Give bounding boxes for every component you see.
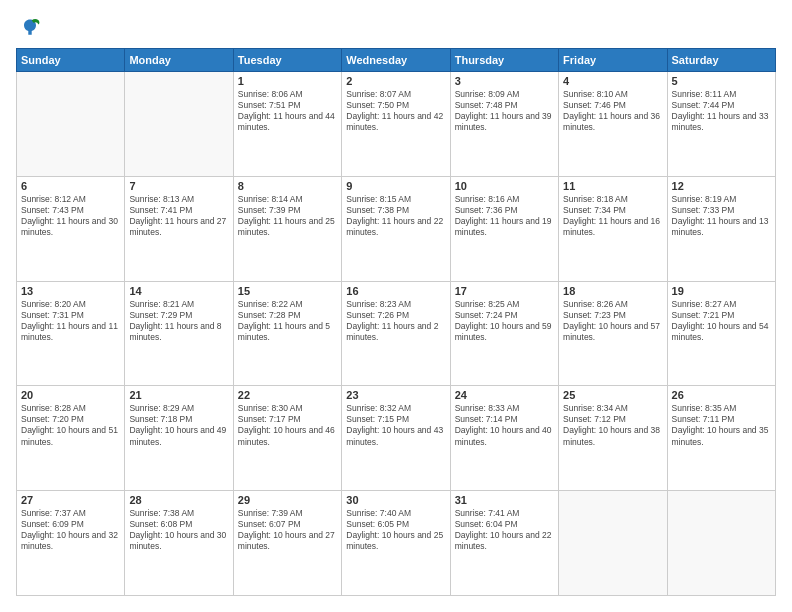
day-number: 12 bbox=[672, 180, 771, 192]
day-detail: Sunrise: 8:12 AM Sunset: 7:43 PM Dayligh… bbox=[21, 194, 120, 238]
day-number: 1 bbox=[238, 75, 337, 87]
weekday-header-wednesday: Wednesday bbox=[342, 49, 450, 72]
day-cell-11: 11Sunrise: 8:18 AM Sunset: 7:34 PM Dayli… bbox=[559, 176, 667, 281]
day-number: 19 bbox=[672, 285, 771, 297]
day-detail: Sunrise: 8:29 AM Sunset: 7:18 PM Dayligh… bbox=[129, 403, 228, 447]
weekday-header-sunday: Sunday bbox=[17, 49, 125, 72]
day-number: 26 bbox=[672, 389, 771, 401]
day-cell-9: 9Sunrise: 8:15 AM Sunset: 7:38 PM Daylig… bbox=[342, 176, 450, 281]
day-cell-6: 6Sunrise: 8:12 AM Sunset: 7:43 PM Daylig… bbox=[17, 176, 125, 281]
day-cell-21: 21Sunrise: 8:29 AM Sunset: 7:18 PM Dayli… bbox=[125, 386, 233, 491]
day-number: 30 bbox=[346, 494, 445, 506]
logo bbox=[16, 16, 44, 40]
day-number: 25 bbox=[563, 389, 662, 401]
day-detail: Sunrise: 7:38 AM Sunset: 6:08 PM Dayligh… bbox=[129, 508, 228, 552]
day-cell-27: 27Sunrise: 7:37 AM Sunset: 6:09 PM Dayli… bbox=[17, 491, 125, 596]
day-detail: Sunrise: 8:09 AM Sunset: 7:48 PM Dayligh… bbox=[455, 89, 554, 133]
weekday-header-thursday: Thursday bbox=[450, 49, 558, 72]
day-detail: Sunrise: 8:27 AM Sunset: 7:21 PM Dayligh… bbox=[672, 299, 771, 343]
day-number: 5 bbox=[672, 75, 771, 87]
day-cell-26: 26Sunrise: 8:35 AM Sunset: 7:11 PM Dayli… bbox=[667, 386, 775, 491]
day-cell-10: 10Sunrise: 8:16 AM Sunset: 7:36 PM Dayli… bbox=[450, 176, 558, 281]
day-cell-empty bbox=[17, 72, 125, 177]
day-cell-2: 2Sunrise: 8:07 AM Sunset: 7:50 PM Daylig… bbox=[342, 72, 450, 177]
day-detail: Sunrise: 8:06 AM Sunset: 7:51 PM Dayligh… bbox=[238, 89, 337, 133]
day-cell-17: 17Sunrise: 8:25 AM Sunset: 7:24 PM Dayli… bbox=[450, 281, 558, 386]
day-cell-15: 15Sunrise: 8:22 AM Sunset: 7:28 PM Dayli… bbox=[233, 281, 341, 386]
day-cell-empty bbox=[667, 491, 775, 596]
week-row-3: 13Sunrise: 8:20 AM Sunset: 7:31 PM Dayli… bbox=[17, 281, 776, 386]
weekday-header-saturday: Saturday bbox=[667, 49, 775, 72]
day-number: 16 bbox=[346, 285, 445, 297]
day-number: 24 bbox=[455, 389, 554, 401]
day-number: 8 bbox=[238, 180, 337, 192]
day-detail: Sunrise: 8:32 AM Sunset: 7:15 PM Dayligh… bbox=[346, 403, 445, 447]
day-number: 20 bbox=[21, 389, 120, 401]
day-detail: Sunrise: 8:11 AM Sunset: 7:44 PM Dayligh… bbox=[672, 89, 771, 133]
day-cell-12: 12Sunrise: 8:19 AM Sunset: 7:33 PM Dayli… bbox=[667, 176, 775, 281]
weekday-header-tuesday: Tuesday bbox=[233, 49, 341, 72]
day-cell-empty bbox=[125, 72, 233, 177]
header bbox=[16, 16, 776, 40]
day-number: 28 bbox=[129, 494, 228, 506]
logo-icon bbox=[18, 16, 42, 40]
day-cell-23: 23Sunrise: 8:32 AM Sunset: 7:15 PM Dayli… bbox=[342, 386, 450, 491]
day-number: 31 bbox=[455, 494, 554, 506]
day-detail: Sunrise: 8:13 AM Sunset: 7:41 PM Dayligh… bbox=[129, 194, 228, 238]
day-number: 6 bbox=[21, 180, 120, 192]
day-cell-18: 18Sunrise: 8:26 AM Sunset: 7:23 PM Dayli… bbox=[559, 281, 667, 386]
day-number: 13 bbox=[21, 285, 120, 297]
day-detail: Sunrise: 7:40 AM Sunset: 6:05 PM Dayligh… bbox=[346, 508, 445, 552]
day-cell-1: 1Sunrise: 8:06 AM Sunset: 7:51 PM Daylig… bbox=[233, 72, 341, 177]
day-detail: Sunrise: 7:41 AM Sunset: 6:04 PM Dayligh… bbox=[455, 508, 554, 552]
day-cell-31: 31Sunrise: 7:41 AM Sunset: 6:04 PM Dayli… bbox=[450, 491, 558, 596]
weekday-header-row: SundayMondayTuesdayWednesdayThursdayFrid… bbox=[17, 49, 776, 72]
day-number: 14 bbox=[129, 285, 228, 297]
week-row-2: 6Sunrise: 8:12 AM Sunset: 7:43 PM Daylig… bbox=[17, 176, 776, 281]
day-detail: Sunrise: 8:21 AM Sunset: 7:29 PM Dayligh… bbox=[129, 299, 228, 343]
day-detail: Sunrise: 8:20 AM Sunset: 7:31 PM Dayligh… bbox=[21, 299, 120, 343]
day-cell-14: 14Sunrise: 8:21 AM Sunset: 7:29 PM Dayli… bbox=[125, 281, 233, 386]
day-number: 10 bbox=[455, 180, 554, 192]
day-cell-13: 13Sunrise: 8:20 AM Sunset: 7:31 PM Dayli… bbox=[17, 281, 125, 386]
day-cell-19: 19Sunrise: 8:27 AM Sunset: 7:21 PM Dayli… bbox=[667, 281, 775, 386]
day-cell-empty bbox=[559, 491, 667, 596]
day-number: 17 bbox=[455, 285, 554, 297]
day-detail: Sunrise: 8:35 AM Sunset: 7:11 PM Dayligh… bbox=[672, 403, 771, 447]
day-detail: Sunrise: 7:37 AM Sunset: 6:09 PM Dayligh… bbox=[21, 508, 120, 552]
day-number: 21 bbox=[129, 389, 228, 401]
day-number: 29 bbox=[238, 494, 337, 506]
day-detail: Sunrise: 8:25 AM Sunset: 7:24 PM Dayligh… bbox=[455, 299, 554, 343]
day-detail: Sunrise: 8:28 AM Sunset: 7:20 PM Dayligh… bbox=[21, 403, 120, 447]
day-detail: Sunrise: 8:30 AM Sunset: 7:17 PM Dayligh… bbox=[238, 403, 337, 447]
day-number: 23 bbox=[346, 389, 445, 401]
week-row-1: 1Sunrise: 8:06 AM Sunset: 7:51 PM Daylig… bbox=[17, 72, 776, 177]
day-detail: Sunrise: 8:26 AM Sunset: 7:23 PM Dayligh… bbox=[563, 299, 662, 343]
day-detail: Sunrise: 8:16 AM Sunset: 7:36 PM Dayligh… bbox=[455, 194, 554, 238]
day-cell-22: 22Sunrise: 8:30 AM Sunset: 7:17 PM Dayli… bbox=[233, 386, 341, 491]
day-detail: Sunrise: 8:14 AM Sunset: 7:39 PM Dayligh… bbox=[238, 194, 337, 238]
day-detail: Sunrise: 8:15 AM Sunset: 7:38 PM Dayligh… bbox=[346, 194, 445, 238]
week-row-4: 20Sunrise: 8:28 AM Sunset: 7:20 PM Dayli… bbox=[17, 386, 776, 491]
day-number: 15 bbox=[238, 285, 337, 297]
calendar: SundayMondayTuesdayWednesdayThursdayFrid… bbox=[16, 48, 776, 596]
day-cell-7: 7Sunrise: 8:13 AM Sunset: 7:41 PM Daylig… bbox=[125, 176, 233, 281]
day-number: 18 bbox=[563, 285, 662, 297]
day-detail: Sunrise: 8:19 AM Sunset: 7:33 PM Dayligh… bbox=[672, 194, 771, 238]
day-cell-24: 24Sunrise: 8:33 AM Sunset: 7:14 PM Dayli… bbox=[450, 386, 558, 491]
day-detail: Sunrise: 8:18 AM Sunset: 7:34 PM Dayligh… bbox=[563, 194, 662, 238]
day-cell-5: 5Sunrise: 8:11 AM Sunset: 7:44 PM Daylig… bbox=[667, 72, 775, 177]
day-cell-29: 29Sunrise: 7:39 AM Sunset: 6:07 PM Dayli… bbox=[233, 491, 341, 596]
day-detail: Sunrise: 8:33 AM Sunset: 7:14 PM Dayligh… bbox=[455, 403, 554, 447]
day-cell-8: 8Sunrise: 8:14 AM Sunset: 7:39 PM Daylig… bbox=[233, 176, 341, 281]
day-number: 3 bbox=[455, 75, 554, 87]
day-detail: Sunrise: 8:10 AM Sunset: 7:46 PM Dayligh… bbox=[563, 89, 662, 133]
day-cell-28: 28Sunrise: 7:38 AM Sunset: 6:08 PM Dayli… bbox=[125, 491, 233, 596]
day-detail: Sunrise: 7:39 AM Sunset: 6:07 PM Dayligh… bbox=[238, 508, 337, 552]
day-number: 2 bbox=[346, 75, 445, 87]
day-number: 22 bbox=[238, 389, 337, 401]
week-row-5: 27Sunrise: 7:37 AM Sunset: 6:09 PM Dayli… bbox=[17, 491, 776, 596]
day-detail: Sunrise: 8:22 AM Sunset: 7:28 PM Dayligh… bbox=[238, 299, 337, 343]
day-detail: Sunrise: 8:34 AM Sunset: 7:12 PM Dayligh… bbox=[563, 403, 662, 447]
day-cell-20: 20Sunrise: 8:28 AM Sunset: 7:20 PM Dayli… bbox=[17, 386, 125, 491]
